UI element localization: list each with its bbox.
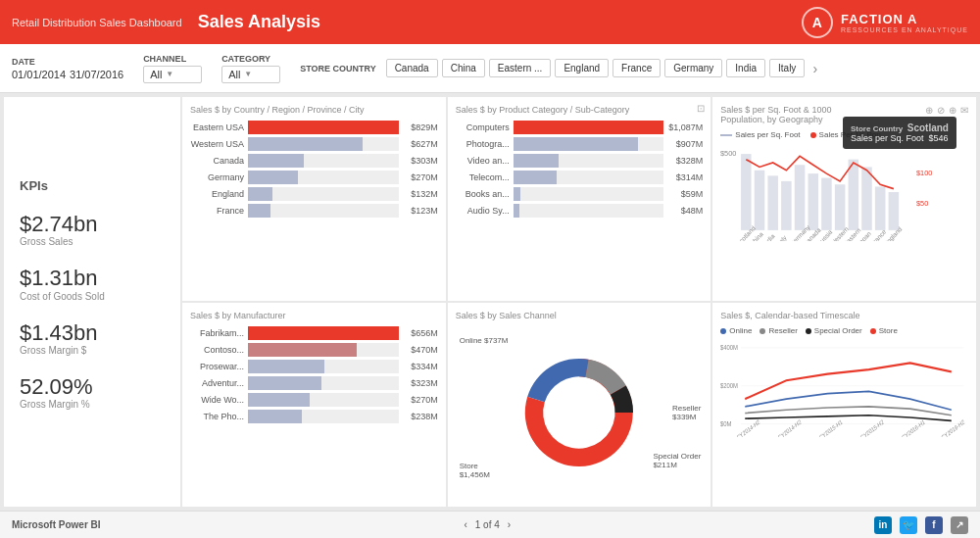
share-icon[interactable]: ↗ [951,516,968,534]
product-category-panel: Sales $ by Product Category / Sub-Catego… [448,97,711,301]
kpi-title: KPIs [20,178,48,193]
linkedin-icon[interactable]: in [874,516,892,534]
country-region-bars: Eastern USA $829M Western USA $627M Cana… [190,121,438,218]
svg-rect-9 [821,178,832,230]
kpi-gross-sales: $2.74bn Gross Sales [20,213,98,247]
date-filter: Date 01/01/2014 31/07/2016 [12,57,123,80]
manufacturer-bars: Fabrikam... $656M Contoso... $470M Prose… [190,326,438,423]
country-btn-france[interactable]: France [612,59,661,77]
svg-text:CY2014-H2: CY2014-H2 [777,418,802,437]
kpi-cogs-label: Cost of Goods Sold [20,291,105,302]
product-category-title: Sales $ by Product Category / Sub-Catego… [456,105,704,115]
kpi-gross-sales-label: Gross Sales [20,236,98,247]
svg-text:CY2015-H2: CY2015-H2 [859,418,884,437]
country-btn-eastern[interactable]: Eastern ... [489,59,552,77]
kpi-cogs-value: $1.31bn [20,267,105,290]
legend-online-dot [720,328,726,334]
header: Retail Distribution Sales Dashboard Sale… [0,0,980,44]
kpi-margin-pct-label: Gross Margin % [20,399,93,410]
bar-eastern-usa: Eastern USA $829M [190,121,438,134]
geo-icons: ⊕ ⊘ ⊕ ✉ [925,105,968,116]
bar-germany: Germany $270M [190,171,438,184]
twitter-icon[interactable]: 🐦 [900,516,917,534]
country-nav-right[interactable]: › [808,59,821,78]
svg-rect-12 [862,167,873,229]
channel-label: Channel [143,54,202,64]
donut-label-specialorder: Special Order$211M [653,452,701,469]
channel-dropdown[interactable]: All ▼ [143,66,202,83]
svg-rect-14 [889,192,900,230]
sales-channel-panel: Sales $ by Sales Channel Online $737M Re… [448,303,711,507]
footer-nav: ‹ 1 of 4 › [464,519,511,530]
bar-wideworld: Wide Wo... $270M [190,393,438,407]
category-filter[interactable]: Category All ▼ [221,54,280,83]
geo-icon1[interactable]: ⊕ [925,105,933,116]
svg-text:$0M: $0M [720,419,732,427]
geo-expand-icon[interactable]: ✉ [960,105,968,116]
svg-rect-13 [875,186,886,229]
legend-reseller-dot [760,328,765,334]
legend-online: Online [720,326,752,335]
donut-label-store: Store$1,456M [460,462,490,479]
svg-text:Italy: Italy [775,233,789,241]
header-left: Retail Distribution Sales Dashboard Sale… [12,12,320,32]
manufacturer-title: Sales $ by Manufacturer [190,311,438,320]
date-from: 01/01/2014 [12,69,66,80]
expand-icon[interactable]: ⊡ [697,103,705,114]
tooltip-country: Scotland [907,122,949,133]
header-logo: A FACTION A RESSOURCES EN ANALYTIQUE [802,7,968,38]
geo-icon2[interactable]: ⊘ [937,105,945,116]
timescale-panel: Sales $, Calendar-based Timescale Online… [712,303,976,507]
legend-reseller: Reseller [760,326,797,335]
page-indicator: 1 of 4 [475,519,500,530]
bar-adventure: Adventur... $323M [190,376,438,390]
legend-store: Store [870,326,898,335]
country-btn-germany[interactable]: Germany [664,59,722,77]
svg-rect-3 [741,154,752,230]
country-btn-italy[interactable]: Italy [769,59,805,77]
country-btn-england[interactable]: England [555,59,609,77]
geo-icon3[interactable]: ⊕ [949,105,956,116]
scotland-tooltip: Store Country Scotland Sales per Sq. Foo… [843,117,956,149]
country-region-panel: Sales $ by Country / Region / Province /… [182,97,446,301]
manufacturer-panel: Sales $ by Manufacturer Fabrikam... $656… [182,303,446,507]
country-btn-canada[interactable]: Canada [386,59,438,77]
category-dropdown[interactable]: All ▼ [221,66,280,83]
bar-france: France $123M [190,204,438,218]
donut-area: Online $737M Reseller$339M Special Order… [456,326,704,499]
channel-filter[interactable]: Channel All ▼ [143,54,202,83]
kpi-margin-pct: 52.09% Gross Margin % [20,375,93,410]
svg-text:CY2016-H1: CY2016-H1 [902,418,926,437]
legend-specialorder-dot [806,328,811,334]
country-btn-india[interactable]: India [726,59,765,77]
store-country-label: Store Country [300,64,376,73]
svg-text:CY2015-H1: CY2015-H1 [818,418,843,437]
facebook-icon[interactable]: f [925,516,943,534]
kpi-gross-margin-value: $1.43bn [20,321,98,345]
header-subtitle: Retail Distribution Sales Dashboard [12,17,182,28]
date-to: 31/07/2016 [70,69,123,80]
kpi-gross-margin-label: Gross Margin $ [20,345,98,356]
geo-chart-svg: $500 $100 $50 Scotland China India Italy… [720,143,968,241]
bar-fabrikam: Fabrikam... $656M [190,326,438,340]
donut-label-online: Online $737M [460,336,509,345]
svg-text:India: India [761,232,776,241]
footer-brand: Microsoft Power BI [12,519,101,530]
donut-svg [501,344,658,481]
store-country-section: Store Country Canada China Eastern ... E… [300,59,968,78]
filter-bar: Date 01/01/2014 31/07/2016 Channel All ▼… [0,44,980,93]
legend-store-dot [870,328,876,334]
footer-social-icons: in 🐦 f ↗ [874,516,968,534]
country-btn-china[interactable]: China [442,59,485,77]
product-category-bars: Computers $1,087M Photogra... $907M Vide… [456,121,704,218]
kpi-margin-pct-value: 52.09% [20,375,93,399]
svg-rect-11 [849,160,859,230]
page-nav-left[interactable]: ‹ [464,519,466,530]
page-nav-right[interactable]: › [508,519,511,530]
svg-text:$500: $500 [720,149,736,158]
timescale-legend: Online Reseller Special Order Store [720,326,968,335]
bar-books: Books an... $59M [456,187,704,201]
svg-rect-8 [808,173,819,230]
bar-thepho: The Pho... $238M [190,410,438,423]
bar-england: England $132M [190,187,438,201]
